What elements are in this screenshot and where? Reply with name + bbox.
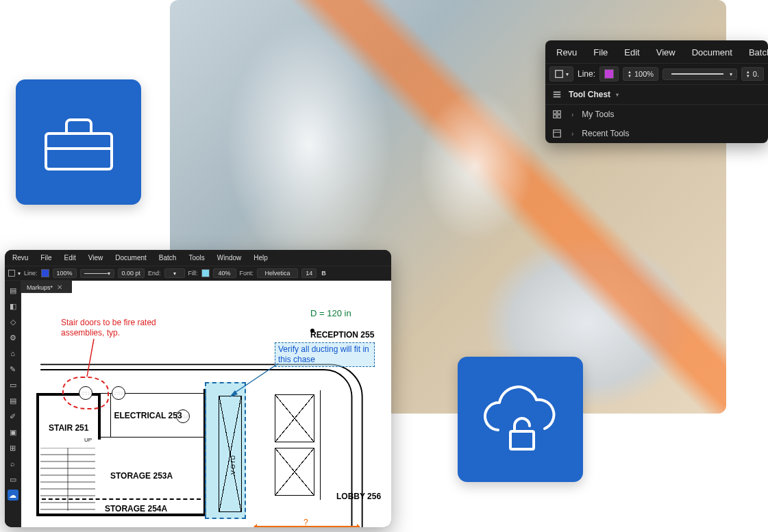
fill-color-swatch[interactable] [201, 269, 210, 277]
red-text-annotation[interactable]: Stair doors to be fire rated assemblies,… [61, 318, 171, 338]
tool-chest-my-tools[interactable]: › My Tools [545, 105, 768, 124]
toolbox-icon[interactable]: ⌂ [8, 348, 18, 359]
menu-file[interactable]: File [585, 45, 616, 60]
zoom-stepper[interactable]: ▲▼ 100% [623, 67, 658, 81]
gear-icon[interactable]: ⚙ [8, 332, 18, 343]
tool-chest-toolbar: ▾ Line: ▲▼ 100% ▾ ▲▼ 0. [545, 63, 768, 85]
toolbox-tile [16, 79, 141, 205]
svg-rect-8 [554, 115, 556, 118]
menu-edit[interactable]: Edit [616, 45, 647, 60]
chat-icon[interactable]: ▭ [8, 474, 18, 485]
menu-batch[interactable]: Batch [153, 252, 183, 264]
font-size-field[interactable]: 14 [301, 268, 317, 278]
recent-tools-label: Recent Tools [582, 129, 629, 138]
void-label: VOID [230, 454, 236, 474]
tick-mark [308, 326, 317, 335]
chevron-right-icon: › [571, 111, 573, 118]
menu-window[interactable]: Window [211, 252, 248, 264]
tool-chest-header[interactable]: Tool Chest ▾ [545, 85, 768, 105]
file-icon[interactable]: ▤ [8, 285, 18, 296]
toolbox-icon [42, 112, 116, 173]
svg-line-26 [232, 364, 278, 394]
blue-callout[interactable]: Verify all ducting will fit in this chas… [275, 342, 375, 367]
svg-rect-13 [9, 270, 15, 277]
line-style-field[interactable]: ▾ [80, 269, 114, 278]
pencil-icon[interactable]: ✐ [8, 411, 18, 422]
room-label: STAIR 251 [49, 423, 88, 433]
line-label: Line: [578, 69, 595, 79]
svg-rect-7 [558, 111, 560, 114]
zoom-field[interactable]: 100% [53, 268, 77, 278]
svg-rect-2 [556, 71, 563, 78]
search-icon[interactable]: ⌕ [8, 458, 18, 469]
canvas[interactable]: Markups* ✕ [21, 281, 391, 527]
signature-icon[interactable]: ✎ [8, 364, 18, 375]
tool-chest-panel: Revu File Edit View Document Batch ▾ Lin… [545, 40, 768, 143]
width-field[interactable]: 0.00 pt [118, 268, 145, 278]
font-label: Font: [240, 270, 254, 277]
font-family-field[interactable]: Helvetica [257, 268, 298, 278]
menu-view[interactable]: View [648, 45, 684, 60]
red-leader [80, 335, 108, 383]
shape-icon [8, 269, 16, 277]
menubar: Revu File Edit View Document Batch [545, 40, 768, 63]
svg-rect-10 [554, 130, 561, 138]
chevron-down-icon: ▾ [616, 92, 619, 98]
svg-line-28 [87, 339, 94, 377]
menu-file[interactable]: File [34, 252, 58, 264]
dimension-value: ? [304, 518, 308, 527]
lobby-box [275, 394, 314, 442]
extra-value: 0. [753, 70, 759, 78]
menu-revu[interactable]: Revu [548, 45, 585, 60]
diamond-icon[interactable]: ◇ [8, 316, 18, 327]
tool-chest-title: Tool Chest [569, 90, 610, 99]
svg-rect-0 [46, 134, 112, 169]
menu-help[interactable]: Help [247, 252, 274, 264]
circled-number: 251 [79, 386, 92, 400]
extra-stepper[interactable]: ▲▼ 0. [741, 67, 764, 81]
menu-view[interactable]: View [82, 252, 110, 264]
shape-picker[interactable]: ▾ [8, 269, 21, 277]
line-color-swatch[interactable] [41, 269, 49, 277]
menu-document[interactable]: Document [109, 252, 153, 264]
line-style-picker[interactable]: ▾ [662, 68, 737, 80]
text-style-group[interactable]: B [320, 269, 328, 277]
fill-label: Fill: [188, 270, 198, 277]
end-cap-field[interactable]: ▾ [164, 268, 185, 278]
document-tab[interactable]: Markups* ✕ [21, 281, 72, 293]
line-color-picker[interactable] [599, 66, 619, 81]
svg-rect-12 [510, 431, 534, 449]
panel-icon [551, 129, 563, 138]
tool-chest-recent-tools[interactable]: › Recent Tools [545, 124, 768, 143]
stamp-icon[interactable]: ▭ [8, 379, 18, 390]
shape-picker[interactable]: ▾ [549, 66, 573, 81]
svg-point-29 [310, 329, 314, 333]
note-icon[interactable]: ▣ [8, 427, 18, 438]
close-icon[interactable]: ✕ [57, 283, 62, 291]
tab-label: Markups* [27, 284, 53, 291]
menu-revu[interactable]: Revu [6, 252, 34, 264]
menu-tools[interactable]: Tools [182, 252, 210, 264]
opacity-field[interactable]: 40% [213, 268, 236, 278]
room-label: STORAGE 254A [105, 504, 167, 514]
editor-window: Revu File Edit View Document Batch Tools… [5, 250, 391, 527]
menu-document[interactable]: Document [684, 45, 741, 60]
text-icon: B [320, 269, 328, 277]
cloud-lock-tile [458, 357, 583, 482]
room-label: STORAGE 253A [110, 471, 173, 481]
callout-leader [227, 360, 282, 401]
clipboard-icon[interactable]: ▤ [8, 395, 18, 406]
line-color-swatch [604, 69, 614, 79]
editor-body: ▤ ◧ ◇ ⚙ ⌂ ✎ ▭ ▤ ✐ ▣ ⊞ ⌕ ▭ ☁ Markups* ✕ [5, 281, 391, 527]
my-tools-label: My Tools [582, 110, 614, 119]
editor-menubar: Revu File Edit View Document Batch Tools… [5, 250, 391, 266]
menu-batch[interactable]: Batch [741, 45, 768, 60]
green-dimension[interactable]: D = 120 in [310, 308, 351, 318]
cloud-icon[interactable]: ☁ [8, 490, 18, 501]
menu-edit[interactable]: Edit [58, 252, 82, 264]
stair-hatch [40, 448, 95, 511]
tool-chest-body: Tool Chest ▾ › My Tools › Recent Tools [545, 85, 768, 143]
grid-icon[interactable]: ⊞ [8, 442, 18, 453]
layers-icon[interactable]: ◧ [8, 301, 18, 312]
svg-rect-9 [558, 115, 560, 118]
